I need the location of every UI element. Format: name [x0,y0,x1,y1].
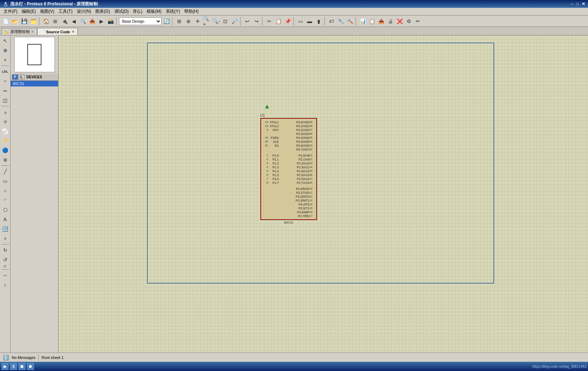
mirror-tool[interactable]: ↺ [1,255,10,264]
undo-button[interactable]: ↩ [243,17,251,26]
text-tool[interactable]: ≡ [1,77,10,86]
menu-template[interactable]: 模板(M) [145,8,164,15]
import-button[interactable]: 📥 [88,17,96,26]
zoom-area-button[interactable]: 🔎 [230,17,239,26]
back-button[interactable]: ◀ [69,17,78,26]
flip-v-tool[interactable]: ↕ [1,280,10,290]
netlist-button[interactable]: 🔌 [60,17,69,26]
menu-system[interactable]: 系统(Y) [164,8,182,15]
zoom-fit-button[interactable]: ⊡ [221,17,230,26]
minimize-btn[interactable]: ─ [570,1,573,6]
check-button[interactable]: ❌ [395,17,404,26]
wrench-button[interactable]: 🔨 [346,17,354,26]
tab-source[interactable]: 📄 Source Code ✕ [37,28,78,35]
status-bar: ℹ️ No Messages Root sheet 1 [0,353,588,362]
tools2-button[interactable]: 🔧 [337,17,345,26]
angle-display: 0° [4,265,7,268]
sim-button[interactable]: ▶ [97,17,106,26]
extra-button[interactable]: ⚙ [405,17,413,26]
print-button[interactable]: 🖨 [386,17,395,26]
menu-library[interactable]: 库(L) [131,8,145,15]
zoom-in-button[interactable]: 🔍+ [203,17,211,26]
power-tool[interactable]: ⏚ [1,107,10,117]
menu-chart[interactable]: 图表(G) [93,8,112,15]
save-button[interactable]: 💾 [20,17,28,26]
menu-debug[interactable]: 调试(D) [112,8,131,15]
edit-button[interactable]: ✏ [414,17,422,26]
pan-button[interactable]: ✛ [193,17,202,26]
junction-tool[interactable]: + [1,55,10,64]
play-button[interactable]: ▶ [1,363,9,370]
zoom-out-button[interactable]: 🔍- [212,17,220,26]
tape-tool[interactable]: ⊗ [1,155,10,164]
menu-tools[interactable]: 工具(T) [56,8,74,15]
select-tool[interactable]: ↖ [1,36,10,45]
menu-file[interactable]: 文件(F) [1,8,19,15]
block3-button[interactable]: ▮ [315,17,323,26]
schematic-canvas-area[interactable]: ▲ U1 19 XTAL1 P0.0/AD0 39 18 XTAL2 [58,35,588,353]
pause-button[interactable]: ⏸ [10,363,17,370]
menu-view[interactable]: 视图(V) [38,8,56,15]
tab-l[interactable]: L [19,74,24,80]
sep3 [172,17,174,26]
label-tool[interactable]: LBL [1,67,10,76]
pin-tool[interactable]: ⊟ [1,117,10,126]
redo-button[interactable]: ↪ [252,17,261,26]
left-toolbar: ↖ ⊕ + LBL ≡ ═ ◫ ⏚ ⊟ 📈 ⚡ 🔵 ⊗ ╱ ▭ ○ ◜ ⬡ A … [0,35,11,353]
menu-help[interactable]: 帮助(H) [182,8,201,15]
tab-schematic-close[interactable]: ✕ [31,30,34,34]
paste-button[interactable]: 📌 [283,17,292,26]
symbol-tool[interactable]: 🔣 [1,224,10,234]
block2-button[interactable]: ▬ [305,17,314,26]
ic-80c31[interactable]: ▲ U1 19 XTAL1 P0.0/AD0 39 18 XTAL2 [260,113,317,224]
circle-tool[interactable]: ○ [1,186,10,195]
copy-button[interactable]: 📋 [274,17,283,26]
probe-tool[interactable]: 🔵 [1,146,10,155]
menu-edit[interactable]: 编辑(E) [19,8,38,15]
rotate-tool[interactable]: ↻ [1,246,10,255]
refresh-button[interactable]: 🔄 [162,17,171,26]
line-tool[interactable]: ╱ [1,167,10,176]
tab-schematic[interactable]: 📐 原理图绘制 ✕ [1,28,37,35]
graph-tool[interactable]: 📈 [1,127,10,136]
rect-tool[interactable]: ▭ [1,176,10,186]
export-button[interactable]: 📤 [377,17,385,26]
menu-design[interactable]: 设计(N) [75,8,94,15]
tab-source-label: Source Code [46,30,70,34]
device-80c31[interactable]: 80C31 [11,81,58,86]
component-tool[interactable]: ⊕ [1,46,10,55]
text2-tool[interactable]: A [1,215,10,224]
tab-p[interactable]: P [12,74,18,80]
design-select[interactable]: Base Design [119,17,162,25]
marker-tool[interactable]: + [1,234,10,243]
crosshair-button[interactable]: ⊕ [184,17,193,26]
netlist2-button[interactable]: 📊 [358,17,367,26]
new-button[interactable]: 📄 [1,17,10,26]
arc-tool[interactable]: ◜ [1,196,10,205]
slow-button[interactable]: ⏺ [27,363,34,370]
polygon-tool[interactable]: ⬡ [1,205,10,214]
flip-h-tool[interactable]: ↔ [1,271,10,280]
maximize-btn[interactable]: □ [576,1,579,6]
schematic-grid[interactable]: ▲ U1 19 XTAL1 P0.0/AD0 39 18 XTAL2 [58,35,588,353]
subcirc-tool[interactable]: ◫ [1,96,10,105]
component-button[interactable]: ⊞ [51,17,60,26]
generator-tool[interactable]: ⚡ [1,136,10,145]
stop-button[interactable]: ⏹ [18,363,26,370]
tab-source-close[interactable]: ✕ [72,30,74,34]
ic-body: 19 XTAL1 P0.0/AD0 39 18 XTAL2 P0.1/AD1 3… [260,118,317,220]
close-btn[interactable]: ✕ [582,1,585,6]
sep1 [39,17,40,26]
capture-button[interactable]: 📸 [106,17,115,26]
block-button[interactable]: ▭ [296,17,305,26]
save-all-button[interactable]: 🗂️ [29,17,38,26]
grid-button[interactable]: ⊞ [175,17,183,26]
devices-label: DEVICES [27,75,42,79]
annotate-button[interactable]: 🏷 [327,17,336,26]
home-button[interactable]: 🏠 [42,17,50,26]
bom-button[interactable]: 📋 [368,17,376,26]
cut-button[interactable]: ✂ [265,17,273,26]
bus-tool[interactable]: ═ [1,86,10,95]
find-button[interactable]: 🔍 [79,17,87,26]
open-button[interactable]: 📂 [11,17,19,26]
